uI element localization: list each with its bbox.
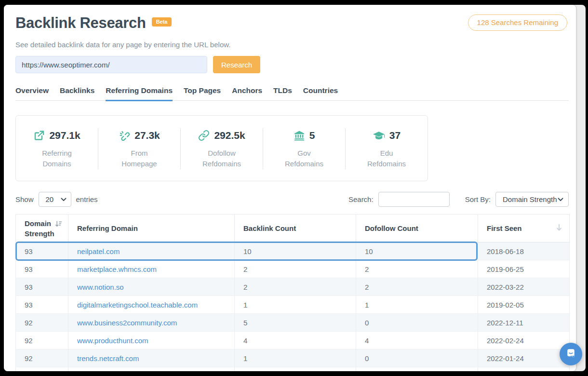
column-header-referring-domain[interactable]: Referring Domain — [68, 215, 235, 242]
table-search-input[interactable] — [378, 192, 450, 207]
stat-value: 292.5k — [214, 130, 245, 141]
page-header: Backlink Research Beta 128 Searches Rema… — [15, 13, 568, 33]
cell-domain-strength: 93 — [16, 278, 68, 296]
cell-domain-strength: 93 — [16, 296, 68, 314]
column-label: First Seen — [487, 224, 522, 232]
graduation-cap-icon — [373, 130, 385, 141]
tab-top-pages[interactable]: Top Pages — [184, 86, 221, 101]
stat-gov-refdomains: 5 Gov Refdomains — [263, 128, 346, 169]
cell-backlink-count: 2 — [235, 260, 356, 278]
sort-amount-icon — [55, 220, 62, 230]
url-input[interactable] — [15, 56, 207, 73]
research-button[interactable]: Research — [213, 56, 260, 73]
arrow-down-icon — [556, 224, 562, 234]
cell-domain-strength: 92 — [16, 349, 68, 367]
column-header-first-seen[interactable]: First Seen — [478, 215, 570, 242]
cell-backlink-count: 4 — [235, 332, 356, 349]
entries-per-page-value: 20 — [46, 195, 54, 203]
cell-dofollow-count: 0 — [356, 314, 478, 332]
stat-value: 27.3k — [134, 130, 160, 141]
cell-domain-strength: 93 — [16, 242, 68, 260]
broken-link-icon — [119, 130, 130, 141]
entries-label: entries — [76, 195, 98, 203]
table-row-partial — [16, 367, 570, 372]
stat-label: From Homepage — [115, 148, 163, 169]
cell-domain-strength: 92 — [16, 332, 68, 349]
referring-domain-link[interactable]: www.business2community.com — [77, 319, 177, 327]
table-row[interactable]: 92 www.business2community.com 5 0 2022-1… — [16, 314, 570, 332]
referring-domain-link[interactable]: digitalmarketingschool.teachable.com — [77, 301, 198, 309]
cell-dofollow-count: 2 — [356, 278, 478, 296]
cell-dofollow-count: 2 — [356, 260, 478, 278]
sort-by-label: Sort By: — [465, 195, 491, 203]
tab-referring-domains[interactable]: Referring Domains — [106, 86, 173, 101]
column-label: Domain Strength — [25, 219, 54, 238]
stat-from-homepage: 27.3k From Homepage — [98, 128, 181, 169]
column-header-dofollow-count[interactable]: Dofollow Count — [356, 215, 478, 242]
column-label: Backlink Count — [243, 224, 296, 232]
sort-by-select[interactable]: Domain Strength — [495, 192, 569, 207]
stat-value: 5 — [309, 130, 315, 141]
referring-domain-link[interactable]: neilpatel.com — [77, 247, 120, 255]
beta-badge: Beta — [152, 17, 172, 27]
search-label: Search: — [348, 195, 374, 203]
cell-backlink-count: 5 — [235, 314, 356, 332]
entries-per-page-select[interactable]: 20 — [39, 192, 71, 207]
table-row[interactable]: 93 www.notion.so 2 2 2022-03-22 — [16, 278, 570, 296]
cell-first-seen: 2019-06-25 — [478, 260, 570, 278]
column-header-backlink-count[interactable]: Backlink Count — [235, 215, 356, 242]
cell-first-seen: 2022-12-11 — [478, 314, 570, 332]
table-controls: Show 20 entries Search: Sort By: Domain … — [15, 192, 569, 207]
stat-dofollow-refdomains: 292.5k Dofollow Refdomains — [181, 128, 263, 169]
tab-overview[interactable]: Overview — [15, 86, 49, 101]
column-label: Dofollow Count — [365, 224, 418, 232]
tab-tlds[interactable]: TLDs — [273, 86, 292, 101]
title-wrap: Backlink Research Beta — [15, 13, 172, 33]
table-header-row: Domain Strength Referring Domain Backlin… — [16, 215, 570, 242]
sort-by-value: Domain Strength — [503, 195, 557, 203]
referring-domain-link[interactable]: marketplace.whmcs.com — [77, 265, 157, 273]
stat-value: 297.1k — [49, 130, 80, 141]
table-row[interactable]: 93 neilpatel.com 10 10 2018-06-18 — [16, 242, 570, 260]
referring-domain-link[interactable]: www.producthunt.com — [77, 336, 148, 345]
searches-remaining-button[interactable]: 128 Searches Remaining — [468, 14, 567, 31]
tab-countries[interactable]: Countries — [303, 86, 338, 101]
chat-launcher-button[interactable] — [560, 343, 582, 365]
tab-backlinks[interactable]: Backlinks — [60, 86, 94, 101]
url-form: Research — [15, 56, 568, 73]
referring-domain-link[interactable]: www.notion.so — [77, 283, 124, 291]
cell-dofollow-count: 0 — [356, 349, 478, 367]
cell-backlink-count: 10 — [235, 242, 356, 260]
cell-dofollow-count: 1 — [356, 296, 478, 314]
cell-backlink-count: 1 — [235, 349, 356, 367]
stat-label: Dofollow Refdomains — [198, 148, 246, 169]
stat-label: Edu Refdomains — [362, 148, 411, 169]
external-link-icon — [33, 130, 45, 141]
chevron-down-icon — [558, 198, 563, 201]
page-subtitle: See detailed backlink data for any page … — [15, 40, 568, 49]
stat-referring-domains: 297.1k Referring Domains — [16, 128, 98, 169]
backlink-research-page: Backlink Research Beta 128 Searches Rema… — [4, 5, 576, 371]
table-row[interactable]: 93 marketplace.whmcs.com 2 2 2019-06-25 — [16, 260, 570, 278]
referring-domain-link[interactable]: trends.netcraft.com — [77, 354, 139, 363]
table-row[interactable]: 93 digitalmarketingschool.teachable.com … — [16, 296, 570, 314]
referring-domains-table: Domain Strength Referring Domain Backlin… — [15, 214, 569, 371]
table-row[interactable]: 92 trends.netcraft.com 1 0 2022-01-24 — [16, 349, 570, 367]
cell-dofollow-count: 4 — [356, 332, 478, 349]
tab-anchors[interactable]: Anchors — [232, 86, 262, 101]
cell-first-seen: 2022-02-24 — [478, 332, 570, 349]
cell-domain-strength: 93 — [16, 260, 68, 278]
stat-value: 37 — [389, 130, 401, 141]
chat-bubble-icon — [565, 347, 577, 361]
column-label: Referring Domain — [77, 224, 138, 232]
cell-dofollow-count: 10 — [356, 242, 478, 260]
cell-first-seen: 2022-01-24 — [478, 349, 570, 367]
cell-first-seen: 2018-06-18 — [478, 242, 570, 260]
cell-first-seen: 2022-03-22 — [478, 278, 570, 296]
table-row[interactable]: 92 www.producthunt.com 4 4 2022-02-24 — [16, 332, 570, 349]
cell-backlink-count: 2 — [235, 278, 356, 296]
column-header-domain-strength[interactable]: Domain Strength — [16, 215, 68, 242]
page-title: Backlink Research — [15, 13, 146, 33]
cell-domain-strength: 92 — [16, 314, 68, 332]
bank-icon — [294, 130, 305, 141]
